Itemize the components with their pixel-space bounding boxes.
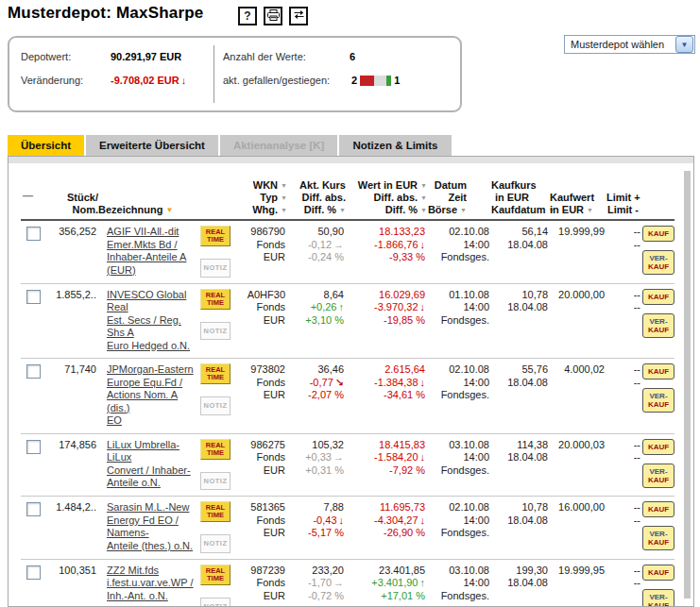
header-label: Bezeichnung▼: [98, 204, 196, 216]
datum-value: 03.10.08: [427, 565, 489, 578]
tab-erweiterte-uebersicht[interactable]: Erweiterte Übersicht: [86, 135, 218, 156]
instrument-link[interactable]: ZZ2 Mit.fdsi.fest.u.var.ve.WP /Inh.-Ant.…: [107, 565, 196, 603]
verkauf-button[interactable]: VER-KAUF: [642, 464, 674, 488]
trend-down-icon: ↓: [420, 451, 426, 463]
notiz-badge[interactable]: NOTIZ: [200, 259, 230, 278]
refresh-button[interactable]: [289, 7, 308, 25]
header-label: Limit -: [606, 204, 639, 216]
veraenderung-label: Veränderung:: [21, 75, 111, 86]
row-checkbox[interactable]: [26, 440, 41, 454]
notiz-badge[interactable]: NOTIZ: [200, 322, 230, 341]
tab-notizen-limits[interactable]: Notizen & Limits: [339, 135, 451, 156]
wkn-value: 986790: [238, 226, 285, 239]
cell-wert: 18.133,23-1.866,76↓-9,33 %: [346, 226, 427, 278]
veraenderung-value: -9.708,02 EUR: [111, 75, 179, 86]
cell-kaufkurs: 10,7818.04.08: [491, 501, 550, 553]
sort-arrow-icon[interactable]: ▼: [281, 179, 287, 192]
diff-pct: -34,61 %: [346, 389, 425, 402]
row-checkbox[interactable]: [26, 502, 41, 516]
diff-abs: -1.584,20↓: [346, 451, 425, 464]
diff-pct: -19,85 %: [346, 314, 425, 328]
datum-value: 02.10.08: [427, 363, 489, 377]
verkauf-button[interactable]: VER-KAUF: [642, 250, 674, 275]
stueck-value: 174,856: [45, 439, 96, 452]
notiz-badge[interactable]: NOTIZ: [200, 396, 230, 415]
cell-kaufkurs: 199,3018.04.08: [491, 565, 550, 607]
sort-arrow-icon[interactable]: ▼: [420, 179, 427, 192]
kaufkurs-value: 114,38: [491, 439, 548, 452]
whg-value: EUR: [238, 251, 285, 264]
cell-limit: ----: [606, 439, 642, 491]
realtime-badge[interactable]: REALTIME: [200, 501, 230, 522]
header-label: in EUR▼: [550, 204, 591, 216]
verkauf-button[interactable]: VER-KAUF: [642, 388, 674, 413]
print-button[interactable]: [264, 7, 282, 25]
limit-minus-value: --: [606, 577, 640, 590]
tab-uebersicht[interactable]: Übersicht: [8, 135, 84, 156]
notiz-badge[interactable]: NOTIZ: [200, 534, 230, 553]
cell-badges: REALTIMENOTIZ: [196, 226, 238, 278]
sort-arrow-icon[interactable]: ▼: [339, 204, 346, 216]
diff-pct: -0,72 %: [287, 590, 344, 603]
cell-kurs: 7,88-0,43↓-5,17 %: [287, 501, 346, 553]
realtime-badge[interactable]: REALTIME: [200, 363, 230, 384]
row-checkbox[interactable]: [26, 290, 41, 304]
realtime-badge[interactable]: REALTIME: [200, 565, 230, 585]
kaufwert-value: 4.000,02: [550, 363, 605, 377]
row-checkbox[interactable]: [26, 565, 41, 580]
realtime-badge[interactable]: REALTIME: [200, 439, 230, 460]
verkauf-button[interactable]: VER-KAUF: [642, 589, 674, 607]
instrument-link[interactable]: LiLux Umbrella-LiLuxConvert / Inhaber-An…: [107, 439, 196, 490]
diff-pct: +0,31 %: [287, 464, 344, 478]
kauf-button[interactable]: KAUF: [642, 439, 674, 455]
positions-table: —Stück/Nom.Bezeichnung▼WKN▼Typ▼Whg.▼Akt.…: [21, 173, 674, 607]
sort-arrow-icon[interactable]: ▼: [420, 192, 427, 204]
notiz-badge[interactable]: NOTIZ: [200, 472, 230, 491]
cell-bezeichnung: Sarasin M.L.-NewEnergy Fd EO /Namens-Ant…: [98, 501, 196, 553]
kauf-button[interactable]: KAUF: [642, 565, 674, 581]
instrument-link[interactable]: AGIF VII-All.-ditEmer.Mkts Bd /Inhaber-A…: [107, 226, 196, 277]
instrument-link[interactable]: JPMorgan-EasternEurope Equ.Fd /Actions N…: [107, 363, 196, 428]
notiz-badge[interactable]: NOTIZ: [200, 598, 230, 607]
row-checkbox[interactable]: [26, 364, 41, 379]
cell-badges: REALTIMENOTIZ: [196, 501, 238, 553]
whg-value: EUR: [238, 464, 285, 478]
kauf-button[interactable]: KAUF: [642, 363, 674, 379]
instrument-link[interactable]: Sarasin M.L.-NewEnergy Fd EO /Namens-Ant…: [107, 501, 196, 552]
select-all-dash[interactable]: —: [23, 190, 45, 202]
diff-pct: +17,01 %: [346, 590, 425, 603]
table-row: 174,856LiLux Umbrella-LiLuxConvert / Inh…: [21, 434, 674, 497]
cell-wkn: 986275FondsEUR: [238, 439, 287, 491]
wkn-value: A0HF30: [238, 289, 285, 302]
instrument-link[interactable]: INVESCO Global RealEst. Secs / Reg. Shs …: [107, 289, 196, 353]
help-button[interactable]: ?: [238, 7, 257, 25]
limit-minus-value: --: [606, 377, 640, 390]
header-label: Kaufkurs: [491, 179, 529, 192]
verkauf-button[interactable]: VER-KAUF: [642, 526, 674, 550]
sort-arrow-icon[interactable]: ▼: [587, 204, 593, 216]
cell-kaufkurs: 10,7818.04.08: [491, 289, 550, 353]
depot-select-dropdown[interactable]: Musterdepot wählen ▼: [564, 35, 695, 54]
row-checkbox[interactable]: [26, 227, 41, 241]
cell-wert: 16.029,69-3.970,32↓-19,85 %: [346, 289, 427, 353]
scrollbar[interactable]: [684, 171, 691, 599]
kaufdatum-value: 18.04.08: [491, 239, 548, 252]
realtime-badge[interactable]: REALTIME: [200, 289, 230, 310]
kauf-button[interactable]: KAUF: [642, 501, 674, 517]
cell-select: [21, 439, 45, 491]
sort-arrow-icon[interactable]: ▼: [165, 204, 173, 216]
realtime-badge[interactable]: REALTIME: [200, 226, 230, 246]
kauf-button[interactable]: KAUF: [642, 289, 674, 305]
trend-right-icon: →: [333, 239, 344, 250]
sort-arrow-icon[interactable]: ▼: [281, 204, 287, 216]
kaufkurs-value: 55,76: [491, 363, 548, 377]
sort-arrow-icon[interactable]: ▼: [420, 204, 427, 216]
diff-abs: -0,77↘: [287, 377, 344, 390]
verkauf-button[interactable]: VER-KAUF: [642, 313, 674, 338]
cell-kurs: 50,90-0,12→-0,24 %: [287, 226, 346, 278]
sort-arrow-icon[interactable]: ▼: [460, 204, 467, 216]
kauf-button[interactable]: KAUF: [642, 226, 674, 242]
cell-wert: 23.401,85+3.401,90↑+17,01 %: [346, 565, 427, 607]
table-body: 356,252AGIF VII-All.-ditEmer.Mkts Bd /In…: [21, 221, 674, 607]
sort-arrow-icon[interactable]: ▼: [281, 192, 287, 204]
